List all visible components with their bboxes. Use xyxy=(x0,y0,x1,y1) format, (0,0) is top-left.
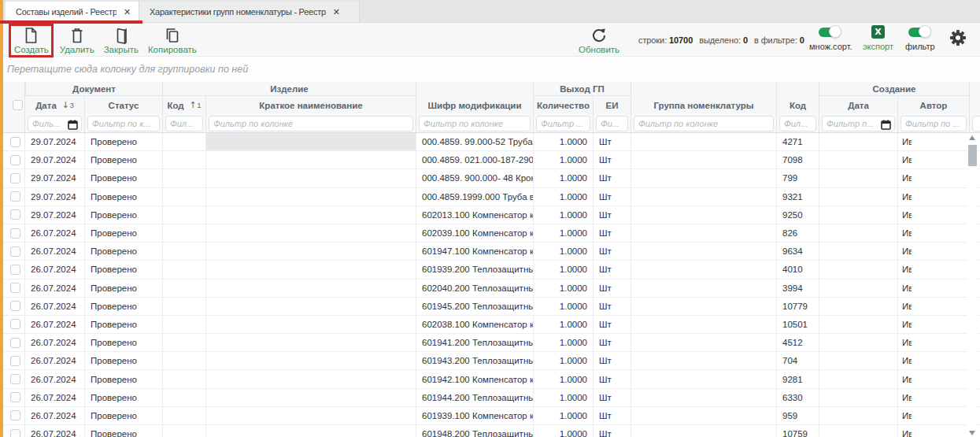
tab-product-compositions[interactable]: Составы изделий - Реестр ✕ xyxy=(6,2,139,22)
column-header-status[interactable]: Статус xyxy=(85,96,163,114)
settings-button[interactable] xyxy=(949,28,967,50)
row-checkbox[interactable] xyxy=(10,301,20,311)
column-header-code[interactable]: Код xyxy=(777,96,819,114)
group-header-document[interactable]: Документ xyxy=(25,82,163,96)
group-header-item[interactable]: Изделие xyxy=(163,82,416,96)
unit-filter-input[interactable] xyxy=(597,117,627,131)
row-checkbox[interactable] xyxy=(10,265,20,275)
row-checkbox[interactable] xyxy=(10,283,20,293)
close-button[interactable]: Закрыть xyxy=(99,24,143,56)
copy-icon xyxy=(165,26,180,44)
table-row[interactable]: 26.07.2024 Проверено 601945.200 Теплозащ… xyxy=(3,298,980,316)
row-checkbox[interactable] xyxy=(10,356,20,366)
column-header-item-code[interactable]: Код ↑1 xyxy=(163,96,206,114)
calendar-icon[interactable] xyxy=(881,119,891,131)
item-name-filter-input[interactable] xyxy=(209,117,412,131)
cell-unit: Шт xyxy=(594,352,631,369)
scroll-up-arrow-icon[interactable] xyxy=(969,135,975,140)
select-all-checkbox[interactable] xyxy=(13,100,23,110)
column-header-created-date[interactable]: Дата xyxy=(819,96,898,114)
column-header-nom-group[interactable]: Группа номенклатуры xyxy=(631,96,777,114)
tab-bar: Составы изделий - Реестр ✕ Характеристик… xyxy=(3,0,980,23)
table-row[interactable]: 26.07.2024 Проверено 601944.200 Теплозащ… xyxy=(3,389,980,407)
copy-button[interactable]: Копировать xyxy=(143,24,202,56)
cell-quantity: 1.0000 xyxy=(534,316,594,333)
item-code-filter-input[interactable] xyxy=(166,117,202,131)
column-header-quantity[interactable]: Количество xyxy=(534,96,594,114)
multisort-toggle[interactable]: множ.сорт. xyxy=(809,25,852,51)
tab-close-icon[interactable]: ✕ xyxy=(333,8,340,17)
delete-button[interactable]: Удалить xyxy=(55,24,99,56)
group-panel[interactable]: Перетащите сюда колонку для группировки … xyxy=(3,57,980,82)
status-filter-input[interactable] xyxy=(88,117,159,131)
table-row[interactable]: 29.07.2024 Проверено 000.4859. 900.000- … xyxy=(3,169,980,187)
export-button[interactable]: X экспорт xyxy=(863,25,893,51)
table-row[interactable]: 26.07.2024 Проверено 602040.200 Теплозащ… xyxy=(3,280,980,298)
column-header-date[interactable]: Дата ↓3 xyxy=(25,96,85,114)
filter-cell-status xyxy=(85,114,163,132)
table-row[interactable]: 29.07.2024 Проверено 000.4859. 99.000-52… xyxy=(3,133,980,151)
column-header-item-name[interactable]: Краткое наименование xyxy=(206,96,416,114)
table-row[interactable]: 29.07.2024 Проверено 000.4859. 021.000-1… xyxy=(3,151,980,169)
row-checkbox[interactable] xyxy=(10,246,20,257)
table-row[interactable]: 26.07.2024 Проверено 602038.100 Компенса… xyxy=(3,316,980,334)
scroll-down-arrow-icon[interactable] xyxy=(969,431,975,435)
cell-date: 26.07.2024 xyxy=(25,298,85,315)
table-row[interactable]: 26.07.2024 Проверено 601939.200 Теплозащ… xyxy=(3,261,980,279)
table-row[interactable]: 26.07.2024 Проверено 601948.200 Теплозащ… xyxy=(3,425,980,437)
tab-nomenclature-group-characteristics[interactable]: Характеристики групп номенклатуры - Реес… xyxy=(139,2,360,22)
tab-label: Составы изделий - Реестр xyxy=(16,7,116,17)
table-row[interactable]: 26.07.2024 Проверено 601939.100 Компенса… xyxy=(3,407,980,425)
row-checkbox[interactable] xyxy=(10,173,20,183)
sort-indicator-asc: ↑1 xyxy=(190,101,202,109)
table-row[interactable]: 26.07.2024 Проверено 601943.200 Теплозащ… xyxy=(3,352,980,370)
author-filter-input[interactable] xyxy=(901,117,966,131)
row-checkbox[interactable] xyxy=(10,137,20,147)
column-header-author[interactable]: Автор xyxy=(898,96,970,114)
cell-author: Ив xyxy=(898,261,970,278)
cell-quantity: 1.0000 xyxy=(534,133,594,150)
nom-group-filter-input[interactable] xyxy=(634,117,773,131)
row-checkbox[interactable] xyxy=(10,228,20,239)
partial-filter-input[interactable] xyxy=(973,117,980,131)
table-row[interactable]: 26.07.2024 Проверено 601942.100 Компенса… xyxy=(3,370,980,388)
code-filter-input[interactable] xyxy=(780,117,815,131)
table-row[interactable]: 29.07.2024 Проверено 602013.100 Компенса… xyxy=(3,206,980,224)
column-header-unit[interactable]: ЕИ xyxy=(594,96,631,114)
row-checkbox[interactable] xyxy=(10,338,20,348)
row-checkbox[interactable] xyxy=(10,374,20,384)
delete-button-label: Удалить xyxy=(60,45,94,54)
quantity-filter-input[interactable] xyxy=(537,117,590,131)
filter-spacer xyxy=(3,114,25,132)
column-header-mod-code[interactable]: Шифр модификации xyxy=(416,96,534,114)
cell-date: 26.07.2024 xyxy=(25,224,85,242)
create-button[interactable]: Создать xyxy=(9,24,54,56)
scrollbar-track[interactable] xyxy=(967,134,978,437)
table-row[interactable]: 29.07.2024 Проверено 000.4859.1999.000 Т… xyxy=(3,188,980,206)
table-row[interactable]: 26.07.2024 Проверено 601947.100 Компенса… xyxy=(3,243,980,261)
cell-unit: Шт xyxy=(594,151,631,169)
mod-code-filter-input[interactable] xyxy=(420,117,530,131)
row-checkbox[interactable] xyxy=(10,429,20,437)
cell-mod-code: 602013.100 Компенсатор ко xyxy=(416,206,534,224)
row-checkbox[interactable] xyxy=(10,410,20,420)
row-checkbox[interactable] xyxy=(10,155,20,165)
row-checkbox[interactable] xyxy=(10,319,20,329)
filter-toggle[interactable]: фильтр xyxy=(905,25,935,51)
row-checkbox[interactable] xyxy=(10,209,20,220)
tab-close-icon[interactable]: ✕ xyxy=(124,8,131,17)
group-header-output[interactable]: Выход ГП xyxy=(534,82,631,96)
table-row[interactable]: 26.07.2024 Проверено 601941.200 Теплозащ… xyxy=(3,334,980,352)
row-checkbox[interactable] xyxy=(10,191,20,202)
cell-status: Проверено xyxy=(85,425,163,437)
vertical-scrollbar[interactable] xyxy=(967,134,978,437)
refresh-button-label: Обновить xyxy=(579,45,619,54)
scrollbar-thumb[interactable] xyxy=(968,145,977,166)
group-header-creation[interactable]: Создание xyxy=(819,82,970,96)
calendar-icon[interactable] xyxy=(68,119,78,131)
row-checkbox[interactable] xyxy=(10,392,20,402)
table-row[interactable]: 26.07.2024 Проверено 602039.100 Компенса… xyxy=(3,224,980,243)
row-select-cell xyxy=(3,243,25,260)
refresh-button[interactable]: Обновить xyxy=(574,24,624,56)
cell-status: Проверено xyxy=(85,334,163,351)
